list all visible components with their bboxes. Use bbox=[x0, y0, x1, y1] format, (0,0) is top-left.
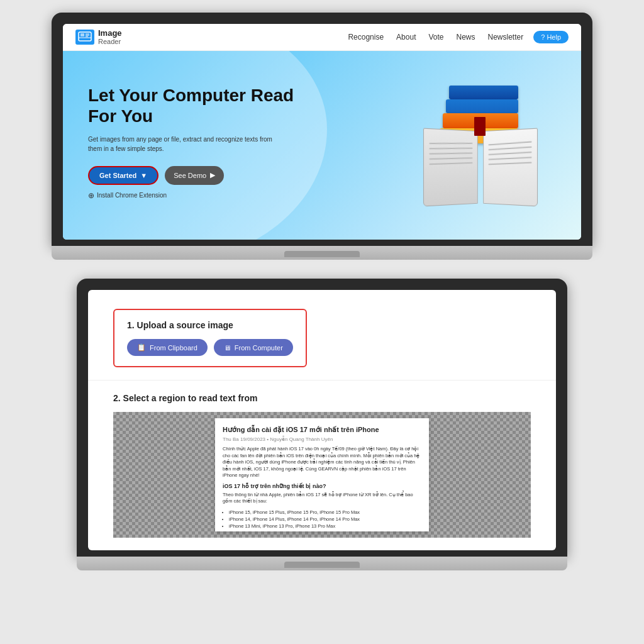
upload-box: 1. Upload a source image 📋 From Clipboar… bbox=[113, 309, 307, 367]
arrow-down-icon: ▼ bbox=[140, 172, 147, 179]
article-overlay: Hướng dẫn cài đặt iOS 17 mới nhất trên i… bbox=[215, 418, 429, 531]
article-body-1: Chính thức Apple đã phát hành iOS 17 vào… bbox=[223, 446, 421, 479]
book-right-page bbox=[483, 128, 538, 207]
region-title: 2. Select a region to read text from bbox=[113, 393, 531, 403]
clipboard-icon: 📋 bbox=[137, 343, 146, 352]
list-item: iPhone 12, iPhone 12 Mini, iPhone 12Pro,… bbox=[229, 530, 421, 532]
book-open bbox=[424, 123, 537, 205]
article-section-title: iOS 17 hỗ trợ trên những thiết bị nào? bbox=[223, 483, 421, 489]
navbar: Image Reader Recognise About Vote News N… bbox=[63, 24, 581, 51]
nav-newsletter[interactable]: Newsletter bbox=[488, 33, 524, 42]
book-line bbox=[489, 142, 532, 146]
hero-content: Let Your Computer Read For You Get image… bbox=[88, 85, 327, 200]
logo-name: Image bbox=[98, 29, 122, 38]
laptop-top: Image Reader Recognise About Vote News N… bbox=[52, 13, 592, 260]
book-line bbox=[429, 153, 472, 155]
laptop-bottom: 1. Upload a source image 📋 From Clipboar… bbox=[77, 279, 567, 570]
see-demo-label: See Demo bbox=[174, 172, 206, 179]
upload-title: 1. Upload a source image bbox=[127, 320, 293, 330]
book-spine bbox=[474, 117, 486, 136]
article-list: iPhone 15, iPhone 15 Plus, iPhone 15 Pro… bbox=[223, 509, 421, 532]
get-started-button[interactable]: Get Started ▼ bbox=[88, 166, 158, 185]
logo-icon bbox=[75, 30, 94, 45]
from-clipboard-button[interactable]: 📋 From Clipboard bbox=[127, 339, 208, 356]
hero-title: Let Your Computer Read For You bbox=[88, 85, 327, 127]
svg-rect-2 bbox=[80, 33, 84, 36]
play-icon: ▶ bbox=[210, 171, 215, 179]
stacked-book-blue-mid bbox=[446, 99, 518, 113]
nav-about[interactable]: About bbox=[396, 33, 416, 42]
nav-links: Recognise About Vote News Newsletter bbox=[348, 33, 523, 42]
region-image-area: Hướng dẫn cài đặt iOS 17 mới nhất trên i… bbox=[113, 412, 531, 538]
stacked-book-blue-top bbox=[449, 86, 518, 99]
hero-section: Let Your Computer Read For You Get image… bbox=[63, 51, 581, 240]
list-item: iPhone 13 Mini, iPhone 13 Pro, iPhone 13… bbox=[229, 523, 421, 530]
book-line bbox=[429, 162, 472, 165]
from-computer-button[interactable]: 🖥 From Computer bbox=[214, 339, 293, 356]
book-lines-right bbox=[489, 142, 532, 168]
screen-top: Image Reader Recognise About Vote News N… bbox=[63, 24, 581, 240]
laptop-base-bottom bbox=[77, 557, 567, 570]
list-item: iPhone 14, iPhone 14 Plus, iPhone 14 Pro… bbox=[229, 516, 421, 523]
list-item: iPhone 15, iPhone 15 Plus, iPhone 15 Pro… bbox=[229, 509, 421, 516]
book-line bbox=[489, 152, 532, 155]
upload-buttons: 📋 From Clipboard 🖥 From Computer bbox=[127, 339, 293, 356]
nav-news[interactable]: News bbox=[457, 33, 475, 42]
book-line bbox=[489, 162, 532, 165]
book-stack bbox=[418, 79, 543, 205]
upload-section: 1. Upload a source image 📋 From Clipboar… bbox=[88, 290, 556, 380]
article-meta: Thu Ba 19/09/2023 • Nguyễn Quang Thành U… bbox=[223, 436, 421, 442]
nav-recognise[interactable]: Recognise bbox=[348, 33, 384, 42]
region-section: 2. Select a region to read text from Hướ… bbox=[88, 380, 556, 550]
see-demo-button[interactable]: See Demo ▶ bbox=[165, 166, 224, 185]
help-button[interactable]: ? Help bbox=[533, 31, 569, 43]
book-line bbox=[429, 148, 472, 150]
computer-icon: 🖥 bbox=[224, 344, 231, 352]
book-left-page bbox=[423, 128, 478, 207]
logo-area: Image Reader bbox=[75, 29, 122, 45]
clipboard-label: From Clipboard bbox=[150, 344, 197, 352]
book-illustration bbox=[418, 79, 556, 205]
book-line bbox=[489, 157, 532, 160]
book-line bbox=[429, 158, 472, 160]
chrome-icon: ⊕ bbox=[88, 191, 94, 200]
book-line bbox=[429, 143, 472, 144]
laptop-base-top bbox=[52, 246, 592, 260]
laptop-notch-bottom bbox=[284, 562, 360, 568]
chrome-ext-button[interactable]: ⊕ Install Chrome Extension bbox=[88, 191, 167, 200]
logo-sub: Reader bbox=[98, 38, 122, 45]
hero-buttons: Get Started ▼ See Demo ▶ bbox=[88, 166, 327, 185]
chrome-ext-label: Install Chrome Extension bbox=[97, 192, 167, 199]
computer-label: From Computer bbox=[235, 344, 283, 352]
article-title: Hướng dẫn cài đặt iOS 17 mới nhất trên i… bbox=[223, 426, 421, 434]
get-started-label: Get Started bbox=[99, 172, 136, 179]
book-line bbox=[489, 147, 532, 150]
screen-bottom: 1. Upload a source image 📋 From Clipboar… bbox=[88, 290, 556, 550]
article-body-2: Theo thông tin từ nhà Apple, phiên bản i… bbox=[223, 492, 421, 505]
laptop-notch-top bbox=[284, 251, 360, 257]
book-lines-left bbox=[429, 142, 472, 168]
nav-vote[interactable]: Vote bbox=[428, 33, 443, 42]
hero-subtitle: Get images from any page or file, extrac… bbox=[88, 135, 277, 153]
